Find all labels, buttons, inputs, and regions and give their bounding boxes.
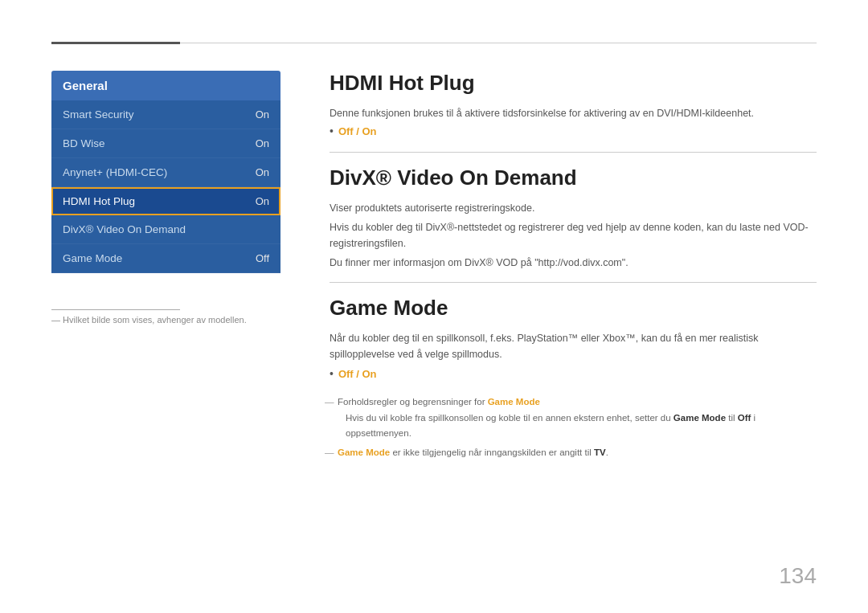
menu-item-value: On (256, 195, 269, 207)
bullet-dot: • (330, 125, 334, 137)
menu-item-hdmi-hot-plug[interactable]: HDMI Hot Plug On (51, 187, 280, 215)
section-divider-2 (330, 282, 817, 283)
hdmi-bullet: • Off / On (330, 125, 817, 137)
sidebar: General Smart Security On BD Wise On Any… (51, 71, 280, 273)
bottom-note-text: Hvilket bilde som vises, avhenger av mod… (51, 315, 252, 325)
game-note3-end: er ikke tilgjengelig når inngangskilden … (390, 447, 594, 457)
divx-desc2: Hvis du kobler deg til DivX®-nettstedet … (330, 219, 817, 251)
game-note2-bold2: Off (738, 413, 751, 423)
menu-item-label: Game Mode (63, 252, 122, 264)
menu-item-anynet[interactable]: Anynet+ (HDMI-CEC) On (51, 158, 280, 187)
top-line-light (180, 43, 817, 43)
top-line-dark (51, 42, 180, 44)
game-note2-text: Hvis du vil koble fra spillkonsollen og … (346, 413, 674, 423)
game-note1-prefix: Forholdsregler og begrensninger for (338, 397, 488, 407)
sidebar-header: General (51, 71, 280, 100)
divx-title: DivX® Video On Demand (330, 166, 817, 190)
bullet-dot-2: • (330, 367, 334, 380)
sidebar-menu: Smart Security On BD Wise On Anynet+ (HD… (51, 100, 280, 273)
page-number: 134 (779, 563, 817, 589)
game-note2: Hvis du vil koble fra spillkonsollen og … (330, 411, 817, 440)
bottom-note-divider (51, 309, 180, 310)
game-note1: Forholdsregler og begrensninger for Game… (330, 394, 817, 409)
menu-item-value: On (256, 166, 269, 178)
game-note3-tv: TV (594, 447, 606, 457)
hdmi-section: HDMI Hot Plug Denne funksjonen brukes ti… (330, 71, 817, 137)
divx-desc3: Du finner mer informasjon om DivX® VOD p… (330, 255, 817, 271)
hdmi-off-on: Off / On (338, 125, 377, 137)
game-section: Game Mode Når du kobler deg til en spill… (330, 296, 817, 460)
bottom-note: Hvilket bilde som vises, avhenger av mod… (51, 309, 252, 325)
menu-item-label: Smart Security (63, 108, 134, 121)
main-content: HDMI Hot Plug Denne funksjonen brukes ti… (330, 71, 817, 460)
menu-item-divx-vod[interactable]: DivX® Video On Demand (51, 215, 280, 244)
menu-item-value: On (256, 108, 269, 121)
game-note3-period: . (606, 447, 608, 457)
game-note2-mid: til (726, 413, 738, 423)
game-note1-bold: Game Mode (488, 397, 540, 407)
top-lines (51, 42, 817, 44)
game-note2-bold1: Game Mode (674, 413, 726, 423)
menu-item-game-mode[interactable]: Game Mode Off (51, 244, 280, 273)
menu-item-value: On (256, 137, 269, 149)
menu-item-smart-security[interactable]: Smart Security On (51, 100, 280, 129)
section-divider-1 (330, 152, 817, 153)
game-title: Game Mode (330, 296, 817, 321)
game-off-on: Off / On (338, 368, 377, 380)
menu-item-label: Anynet+ (HDMI-CEC) (63, 166, 167, 178)
menu-item-label: BD Wise (63, 137, 105, 149)
menu-item-value: Off (256, 252, 269, 264)
menu-item-label: DivX® Video On Demand (63, 223, 186, 235)
game-note3-bold: Game Mode (338, 447, 390, 457)
game-note3: Game Mode er ikke tilgjengelig når innga… (330, 445, 817, 460)
menu-item-bd-wise[interactable]: BD Wise On (51, 129, 280, 158)
hdmi-desc: Denne funksjonen brukes til å aktivere t… (330, 105, 817, 121)
hdmi-title: HDMI Hot Plug (330, 71, 817, 96)
game-desc: Når du kobler deg til en spillkonsoll, f… (330, 330, 817, 362)
game-bullet: • Off / On (330, 367, 817, 380)
divx-desc1: Viser produktets autoriserte registrerin… (330, 200, 817, 216)
menu-item-label: HDMI Hot Plug (63, 195, 135, 207)
divx-section: DivX® Video On Demand Viser produktets a… (330, 166, 817, 271)
